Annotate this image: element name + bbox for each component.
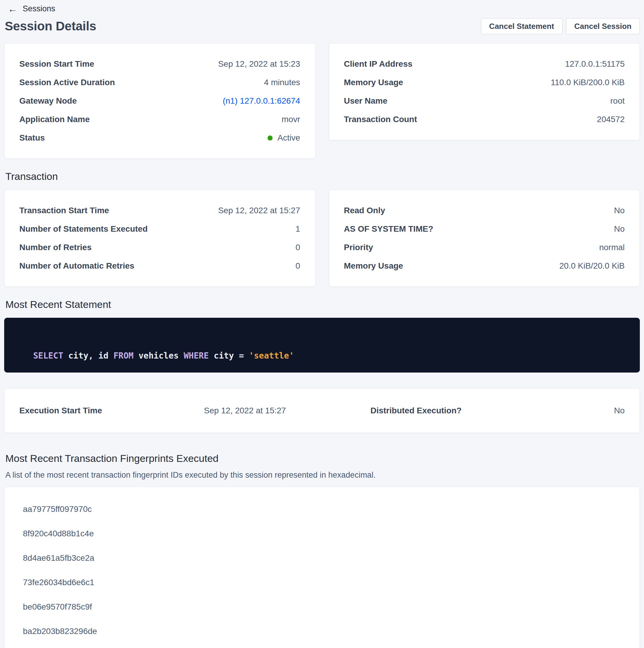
detail-row: Memory Usage 110.0 KiB/200.0 KiB bbox=[344, 77, 625, 88]
detail-row: Number of Retries 0 bbox=[19, 242, 300, 253]
detail-row-label: Application Name bbox=[19, 114, 96, 124]
detail-row: Client IP Address 127.0.0.1:51175 bbox=[344, 59, 625, 69]
detail-row: Application Name movr bbox=[19, 114, 300, 124]
detail-row: Session Active Duration 4 minutes bbox=[19, 77, 300, 88]
page-title: Session Details bbox=[5, 19, 96, 33]
transaction-grid: Transaction Start Time Sep 12, 2022 at 1… bbox=[4, 190, 640, 287]
header-actions: Cancel Statement Cancel Session bbox=[481, 18, 640, 34]
detail-row-label: Memory Usage bbox=[344, 261, 409, 271]
execution-start-time-label: Execution Start Time bbox=[19, 406, 204, 416]
arrow-left-icon: ← bbox=[8, 4, 17, 13]
session-details-page: ← Sessions Session Details Cancel Statem… bbox=[0, 0, 644, 648]
sql-token: FROM bbox=[113, 351, 133, 361]
detail-row-value: normal bbox=[599, 242, 625, 253]
detail-row-label: Gateway Node bbox=[19, 96, 83, 106]
transaction-section-title: Transaction bbox=[5, 170, 640, 182]
breadcrumb-back[interactable]: ← Sessions bbox=[4, 3, 55, 13]
breadcrumb-label: Sessions bbox=[22, 4, 55, 13]
detail-row: Transaction Count 204572 bbox=[344, 114, 625, 124]
cancel-session-button[interactable]: Cancel Session bbox=[566, 18, 640, 34]
detail-row-label: Session Start Time bbox=[19, 59, 100, 69]
detail-row-value: 1 bbox=[295, 224, 300, 234]
fingerprint-item: 73fe26034bd6e6c1 bbox=[4, 570, 640, 595]
detail-row-label: Read Only bbox=[344, 206, 391, 216]
session-details-card-left: Session Start Time Sep 12, 2022 at 15:23… bbox=[4, 43, 315, 159]
sql-token: city = bbox=[209, 351, 249, 361]
detail-row: AS OF SYSTEM TIME? No bbox=[344, 224, 625, 234]
detail-row: Gateway Node (n1) 127.0.0.1:62674 bbox=[19, 96, 300, 106]
detail-row-value: 0 bbox=[295, 261, 300, 271]
statement-sql-box: SELECT city, id FROM vehicles WHERE city… bbox=[4, 318, 640, 373]
detail-row-value: 0 bbox=[295, 242, 300, 253]
execution-card: Execution Start Time Sep 12, 2022 at 15:… bbox=[4, 388, 640, 433]
execution-start-time-value: Sep 12, 2022 at 15:27 bbox=[204, 406, 370, 416]
cancel-statement-button[interactable]: Cancel Statement bbox=[481, 18, 563, 34]
detail-row-label: Number of Automatic Retries bbox=[19, 261, 140, 271]
fingerprint-item: ba2b203b823296de bbox=[4, 619, 640, 644]
detail-row-label: Status bbox=[19, 133, 51, 143]
detail-row-label: Number of Statements Executed bbox=[19, 224, 154, 234]
detail-row-label: Priority bbox=[344, 242, 379, 253]
detail-row: Status Active bbox=[19, 133, 300, 143]
detail-row: Number of Statements Executed 1 bbox=[19, 224, 300, 234]
statement-section-title: Most Recent Statement bbox=[5, 298, 640, 311]
detail-row-label: AS OF SYSTEM TIME? bbox=[344, 224, 439, 234]
fingerprint-item: aa79775ff097970c bbox=[4, 497, 640, 522]
detail-row: Priority normal bbox=[344, 242, 625, 253]
detail-row: Session Start Time Sep 12, 2022 at 15:23 bbox=[19, 59, 300, 69]
sql-statement: SELECT city, id FROM vehicles WHERE city… bbox=[13, 329, 631, 361]
detail-row-value: Sep 12, 2022 at 15:23 bbox=[218, 59, 300, 69]
detail-row-value: movr bbox=[282, 114, 300, 124]
sql-token: WHERE bbox=[184, 351, 209, 361]
detail-row-value: (n1) 127.0.0.1:62674 bbox=[223, 96, 300, 106]
fingerprints-card: aa79775ff097970c8f920c40d88b1c4e8d4ae61a… bbox=[4, 487, 640, 648]
detail-row-label: Transaction Count bbox=[344, 114, 423, 124]
detail-row: Memory Usage 20.0 KiB/20.0 KiB bbox=[344, 261, 625, 271]
fingerprint-item: 8d4ae61a5fb3ce2a bbox=[4, 546, 640, 570]
detail-row-value: Active bbox=[268, 133, 300, 143]
detail-row-value: 127.0.0.1:51175 bbox=[565, 59, 625, 69]
fingerprints-list: aa79775ff097970c8f920c40d88b1c4e8d4ae61a… bbox=[4, 497, 640, 644]
detail-row-label: Session Active Duration bbox=[19, 77, 121, 88]
fingerprint-item: be06e9570f785c9f bbox=[4, 595, 640, 619]
sql-token: 'seattle' bbox=[249, 351, 294, 361]
sql-token: SELECT bbox=[33, 351, 63, 361]
session-summary-grid: Session Start Time Sep 12, 2022 at 15:23… bbox=[4, 43, 640, 159]
fingerprints-description: A list of the most recent transaction fi… bbox=[5, 470, 640, 480]
distributed-execution-label: Distributed Execution? bbox=[370, 406, 462, 416]
detail-row-value: No bbox=[614, 206, 625, 216]
detail-row: Number of Automatic Retries 0 bbox=[19, 261, 300, 271]
distributed-execution-value: No bbox=[614, 406, 625, 416]
session-details-card-right: Client IP Address 127.0.0.1:51175 Memory… bbox=[329, 43, 640, 140]
detail-row-label: Transaction Start Time bbox=[19, 206, 115, 216]
fingerprint-item: 8f920c40d88b1c4e bbox=[4, 522, 640, 546]
title-row: Session Details Cancel Statement Cancel … bbox=[4, 18, 640, 34]
detail-row-value: 20.0 KiB/20.0 KiB bbox=[560, 261, 625, 271]
fingerprints-section-title: Most Recent Transaction Fingerprints Exe… bbox=[5, 452, 640, 465]
detail-row-value: 4 minutes bbox=[264, 77, 300, 88]
detail-row-label: Client IP Address bbox=[344, 59, 418, 69]
status-dot-icon bbox=[268, 136, 273, 141]
sql-token: vehicles bbox=[134, 351, 184, 361]
transaction-card-left: Transaction Start Time Sep 12, 2022 at 1… bbox=[4, 190, 315, 287]
detail-row-value: 110.0 KiB/200.0 KiB bbox=[550, 77, 625, 88]
gateway-node-link[interactable]: (n1) 127.0.0.1:62674 bbox=[223, 96, 300, 105]
detail-row-label: Number of Retries bbox=[19, 242, 98, 253]
detail-row-label: User Name bbox=[344, 96, 394, 106]
detail-row: User Name root bbox=[344, 96, 625, 106]
detail-row-label: Memory Usage bbox=[344, 77, 409, 88]
detail-row-value: root bbox=[610, 96, 625, 106]
execution-row: Execution Start Time Sep 12, 2022 at 15:… bbox=[19, 406, 625, 416]
detail-row-value: Sep 12, 2022 at 15:27 bbox=[218, 206, 300, 216]
sql-token: city, id bbox=[63, 351, 114, 361]
transaction-card-right: Read Only No AS OF SYSTEM TIME? No Prior… bbox=[329, 190, 640, 287]
detail-row: Transaction Start Time Sep 12, 2022 at 1… bbox=[19, 206, 300, 216]
detail-row-value: 204572 bbox=[597, 114, 625, 124]
detail-row: Read Only No bbox=[344, 206, 625, 216]
detail-row-value: No bbox=[614, 224, 625, 234]
